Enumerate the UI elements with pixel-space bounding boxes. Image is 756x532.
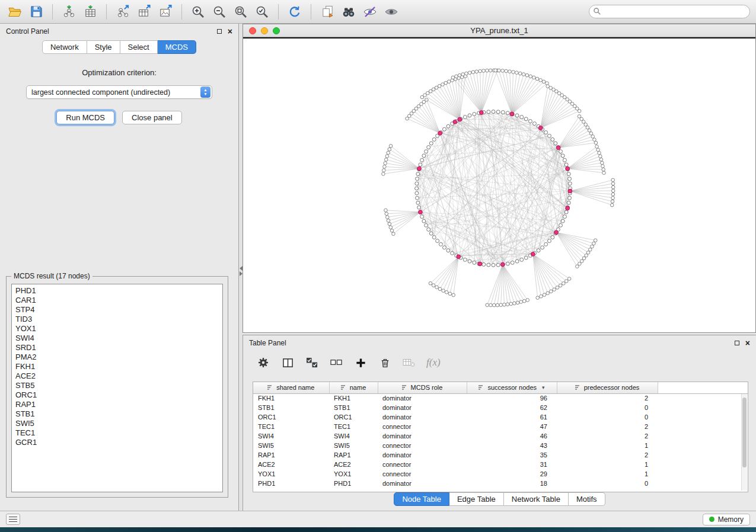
network-node[interactable] bbox=[509, 302, 513, 306]
network-node[interactable] bbox=[524, 117, 528, 121]
network-node[interactable] bbox=[586, 126, 589, 129]
network-node[interactable] bbox=[559, 284, 562, 287]
network-node[interactable] bbox=[511, 261, 514, 264]
open-session-icon[interactable] bbox=[6, 3, 24, 21]
network-node[interactable] bbox=[601, 161, 604, 165]
mcds-result-item[interactable]: YOX1 bbox=[12, 324, 222, 334]
network-node[interactable] bbox=[388, 222, 391, 226]
network-node[interactable] bbox=[384, 209, 388, 212]
network-node[interactable] bbox=[451, 251, 454, 255]
tab-mcds[interactable]: MCDS bbox=[158, 40, 196, 54]
network-node[interactable] bbox=[595, 145, 599, 149]
network-node[interactable] bbox=[518, 72, 522, 75]
network-node[interactable] bbox=[442, 127, 446, 131]
network-node[interactable] bbox=[568, 177, 572, 181]
network-node[interactable] bbox=[547, 239, 551, 243]
tab-motifs[interactable]: Motifs bbox=[569, 492, 605, 506]
network-node[interactable] bbox=[596, 148, 600, 152]
network-node[interactable] bbox=[562, 282, 565, 286]
network-node[interactable] bbox=[432, 137, 436, 141]
network-node[interactable] bbox=[420, 158, 424, 162]
close-panel-icon[interactable]: × bbox=[228, 28, 232, 34]
mcds-result-item[interactable]: TID3 bbox=[12, 315, 222, 324]
mcds-result-item[interactable]: SWI4 bbox=[12, 334, 222, 343]
network-node[interactable] bbox=[442, 246, 446, 249]
search-input[interactable] bbox=[589, 5, 750, 18]
network-node[interactable] bbox=[419, 163, 422, 166]
window-close-icon[interactable] bbox=[249, 27, 256, 34]
dominator-node[interactable] bbox=[458, 117, 462, 121]
network-node[interactable] bbox=[422, 219, 426, 223]
import-network-icon[interactable] bbox=[60, 3, 78, 21]
network-node[interactable] bbox=[611, 193, 615, 196]
network-node[interactable] bbox=[568, 182, 572, 185]
network-node[interactable] bbox=[602, 168, 605, 171]
network-node[interactable] bbox=[425, 150, 428, 153]
show-details-icon[interactable] bbox=[382, 3, 400, 21]
mcds-result-item[interactable]: GCR1 bbox=[12, 438, 222, 447]
network-node[interactable] bbox=[564, 210, 568, 214]
table-row[interactable]: TEC1TEC1connector472 bbox=[253, 422, 748, 431]
collapse-right-icon[interactable] bbox=[240, 271, 243, 276]
dominator-node[interactable] bbox=[478, 262, 482, 266]
network-node[interactable] bbox=[465, 72, 468, 75]
network-node[interactable] bbox=[451, 76, 455, 79]
network-node[interactable] bbox=[416, 196, 419, 200]
float-table-panel-icon[interactable] bbox=[735, 341, 739, 345]
network-node[interactable] bbox=[549, 290, 553, 293]
network-node[interactable] bbox=[578, 110, 581, 113]
network-node[interactable] bbox=[547, 134, 551, 137]
network-node[interactable] bbox=[522, 73, 525, 76]
float-panel-icon[interactable] bbox=[217, 29, 222, 34]
tab-node-table[interactable]: Node Table bbox=[394, 492, 449, 506]
network-node[interactable] bbox=[422, 154, 426, 158]
table-row[interactable]: YOX1YOX1connector291 bbox=[253, 469, 748, 479]
network-node[interactable] bbox=[556, 286, 559, 290]
network-view-titlebar[interactable]: YPA_prune.txt_1 bbox=[243, 24, 755, 37]
table-row[interactable]: ACE2ACE2connector311 bbox=[253, 460, 748, 469]
network-node[interactable] bbox=[492, 263, 495, 267]
network-node[interactable] bbox=[536, 296, 540, 300]
network-node[interactable] bbox=[582, 257, 586, 260]
network-node[interactable] bbox=[482, 262, 486, 266]
dominator-node[interactable] bbox=[438, 131, 442, 135]
network-node[interactable] bbox=[442, 289, 445, 293]
network-node[interactable] bbox=[520, 258, 524, 261]
delete-column-icon[interactable] bbox=[378, 356, 392, 369]
network-node[interactable] bbox=[425, 223, 428, 227]
network-node[interactable] bbox=[576, 265, 579, 268]
table-scrollbar-thumb[interactable] bbox=[742, 398, 747, 467]
mcds-result-item[interactable]: RAP1 bbox=[12, 400, 222, 409]
network-node[interactable] bbox=[387, 151, 390, 155]
network-node[interactable] bbox=[439, 242, 442, 246]
network-node[interactable] bbox=[539, 79, 543, 82]
network-node[interactable] bbox=[501, 69, 505, 73]
network-node[interactable] bbox=[435, 86, 438, 89]
network-node[interactable] bbox=[492, 110, 495, 114]
network-node[interactable] bbox=[446, 124, 450, 128]
dominator-node[interactable] bbox=[453, 120, 457, 124]
network-node[interactable] bbox=[520, 116, 524, 119]
import-table-icon[interactable] bbox=[81, 3, 99, 21]
network-node[interactable] bbox=[468, 259, 471, 263]
column-menu-chevron-icon[interactable]: ▾ bbox=[542, 384, 545, 390]
network-node[interactable] bbox=[494, 69, 497, 72]
network-node[interactable] bbox=[486, 303, 489, 307]
network-canvas[interactable] bbox=[243, 37, 755, 332]
network-node[interactable] bbox=[482, 69, 486, 73]
network-node[interactable] bbox=[468, 114, 471, 117]
network-node[interactable] bbox=[487, 263, 490, 267]
network-node[interactable] bbox=[589, 132, 593, 135]
network-node[interactable] bbox=[563, 215, 566, 219]
network-node[interactable] bbox=[463, 258, 467, 261]
network-node[interactable] bbox=[389, 226, 393, 229]
network-node[interactable] bbox=[388, 148, 391, 151]
network-node[interactable] bbox=[591, 245, 594, 248]
dominator-node[interactable] bbox=[554, 230, 559, 235]
network-node[interactable] bbox=[496, 110, 500, 114]
table-row[interactable]: RAP1RAP1dominator352 bbox=[253, 450, 748, 460]
network-node[interactable] bbox=[427, 146, 430, 149]
network-node[interactable] bbox=[447, 80, 451, 84]
network-node[interactable] bbox=[452, 293, 455, 297]
mcds-result-item[interactable]: SRD1 bbox=[12, 343, 222, 352]
